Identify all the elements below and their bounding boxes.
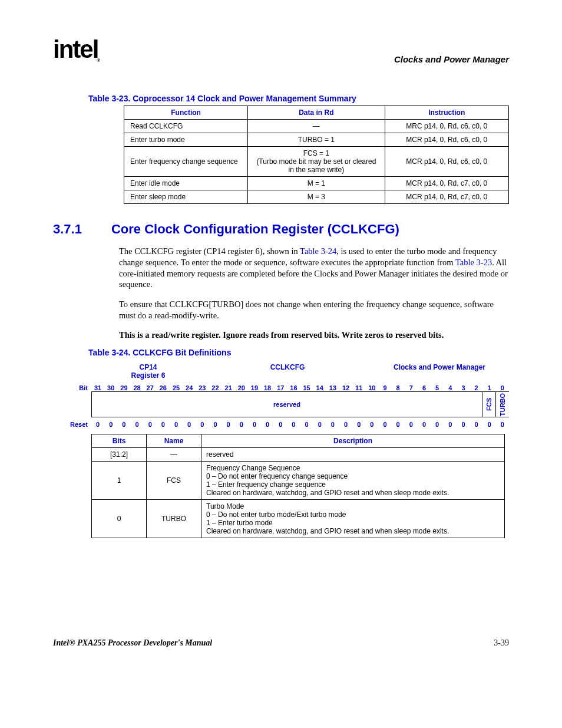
paragraph: The CCLKCFG register (CP14 register 6), … bbox=[119, 246, 509, 290]
bit-number: 11 bbox=[352, 384, 365, 391]
chapter-title: Clocks and Power Manager bbox=[394, 54, 509, 64]
th-function: Function bbox=[124, 106, 248, 120]
bit-field-row: reserved FCS TURBO bbox=[91, 391, 509, 417]
bit-number: 12 bbox=[339, 384, 352, 391]
bit-number: 8 bbox=[392, 384, 405, 391]
bit-number: 1 bbox=[483, 384, 496, 391]
reset-value: 0 bbox=[235, 421, 248, 428]
bit-number: 19 bbox=[248, 384, 261, 391]
reset-value: 0 bbox=[313, 421, 326, 428]
reset-value: 0 bbox=[365, 421, 378, 428]
bit-number: 20 bbox=[235, 384, 248, 391]
th-name: Name bbox=[147, 434, 201, 447]
bit-number: 2 bbox=[470, 384, 483, 391]
reset-label: Reset bbox=[53, 421, 91, 428]
reset-value: 0 bbox=[209, 421, 222, 428]
paragraph-note: This is a read/write register. Ignore re… bbox=[119, 330, 509, 341]
bit-number: 31 bbox=[91, 384, 104, 391]
bit-number: 6 bbox=[418, 384, 431, 391]
reset-value: 0 bbox=[130, 421, 143, 428]
bit-number: 17 bbox=[274, 384, 287, 391]
table-row: Read CCLKCFG—MRC p14, 0, Rd, c6, c0, 0 bbox=[124, 120, 509, 133]
reset-value: 0 bbox=[418, 421, 431, 428]
reset-value: 0 bbox=[483, 421, 496, 428]
bit-number: 24 bbox=[183, 384, 196, 391]
xref-table-3-24[interactable]: Table 3-24 bbox=[300, 246, 336, 256]
section-title: Core Clock Configuration Register (CCLKC… bbox=[111, 222, 399, 237]
field-reserved: reserved bbox=[91, 391, 482, 417]
bit-number: 27 bbox=[144, 384, 157, 391]
paragraph: To ensure that CCLKCFG[TURBO] does not c… bbox=[119, 299, 509, 321]
reset-value: 0 bbox=[144, 421, 157, 428]
intel-logo: intel® bbox=[53, 35, 100, 64]
meta-module: Clocks and Power Manager bbox=[370, 363, 509, 380]
bit-number: 0 bbox=[496, 384, 509, 391]
reset-value: 0 bbox=[274, 421, 287, 428]
reset-value: 0 bbox=[352, 421, 365, 428]
table-3-23-caption: Table 3-23. Coprocessor 14 Clock and Pow… bbox=[88, 94, 509, 103]
field-fcs: FCS bbox=[482, 391, 495, 417]
reset-value: 0 bbox=[261, 421, 274, 428]
th-bits: Bits bbox=[92, 434, 147, 447]
table-row: [31:2]—reserved bbox=[92, 447, 505, 461]
field-turbo: TURBO bbox=[495, 391, 509, 417]
page-header: intel® Clocks and Power Manager bbox=[53, 35, 509, 64]
reset-value: 0 bbox=[104, 421, 117, 428]
th-description: Description bbox=[201, 434, 505, 447]
page-footer: Intel® PXA255 Processor Developer's Manu… bbox=[53, 638, 509, 648]
reset-value: 0 bbox=[287, 421, 300, 428]
reset-value: 0 bbox=[339, 421, 352, 428]
reset-value: 0 bbox=[183, 421, 196, 428]
section-number: 3.7.1 bbox=[53, 222, 82, 237]
bit-definition-table: Bits Name Description [31:2]—reserved 1F… bbox=[91, 434, 505, 538]
reset-value: 0 bbox=[248, 421, 261, 428]
bit-number: 18 bbox=[261, 384, 274, 391]
reset-value: 0 bbox=[496, 421, 509, 428]
reset-value: 0 bbox=[157, 421, 170, 428]
bit-number: 22 bbox=[209, 384, 222, 391]
bit-number: 16 bbox=[287, 384, 300, 391]
bit-number: 25 bbox=[170, 384, 183, 391]
table-row: Enter idle modeM = 1MCR p14, 0, Rd, c7, … bbox=[124, 177, 509, 190]
bitdef-meta-row: CP14 Register 6 CCLKCFG Clocks and Power… bbox=[91, 363, 509, 380]
bit-number: 21 bbox=[222, 384, 235, 391]
reset-value: 0 bbox=[470, 421, 483, 428]
section-heading: 3.7.1 Core Clock Configuration Register … bbox=[53, 222, 509, 237]
meta-name: CCLKCFG bbox=[205, 363, 370, 380]
xref-table-3-23[interactable]: Table 3-23 bbox=[455, 258, 492, 267]
bit-number: 23 bbox=[196, 384, 209, 391]
reset-value: 0 bbox=[117, 421, 130, 428]
bit-number: 9 bbox=[378, 384, 391, 391]
bit-number: 26 bbox=[157, 384, 170, 391]
reset-value: 0 bbox=[378, 421, 391, 428]
table-row: 1FCSFrequency Change Sequence 0 – Do not… bbox=[92, 461, 505, 499]
bit-number: 30 bbox=[104, 384, 117, 391]
table-row: 0TURBOTurbo Mode 0 – Do not enter turbo … bbox=[92, 499, 505, 538]
bit-number: 13 bbox=[326, 384, 339, 391]
th-data-in-rd: Data in Rd bbox=[248, 106, 385, 120]
table-row: Enter sleep modeM = 3MCR p14, 0, Rd, c7,… bbox=[124, 190, 509, 204]
reset-value: 0 bbox=[91, 421, 104, 428]
bit-number: 15 bbox=[300, 384, 313, 391]
table-3-23: Function Data in Rd Instruction Read CCL… bbox=[124, 106, 509, 204]
bit-number: 3 bbox=[457, 384, 470, 391]
reset-row: Reset 00000000000000000000000000000000 bbox=[53, 421, 509, 428]
bit-label: Bit bbox=[53, 384, 91, 391]
bit-number: 7 bbox=[405, 384, 418, 391]
bit-number: 14 bbox=[313, 384, 326, 391]
reset-value: 0 bbox=[300, 421, 313, 428]
page-number: 3-39 bbox=[494, 638, 509, 648]
table-row: Enter frequency change sequenceFCS = 1 (… bbox=[124, 147, 509, 177]
reset-value: 0 bbox=[444, 421, 457, 428]
reset-value: 0 bbox=[392, 421, 405, 428]
reset-value: 0 bbox=[326, 421, 339, 428]
reset-value: 0 bbox=[170, 421, 183, 428]
bit-number: 5 bbox=[431, 384, 444, 391]
bit-number-row: Bit 313029282726252423222120191817161514… bbox=[53, 384, 509, 391]
reset-value: 0 bbox=[431, 421, 444, 428]
table-row: Enter turbo modeTURBO = 1MCR p14, 0, Rd,… bbox=[124, 133, 509, 147]
reset-value: 0 bbox=[196, 421, 209, 428]
bit-number: 4 bbox=[444, 384, 457, 391]
table-3-24-caption: Table 3-24. CCLKCFG Bit Definitions bbox=[88, 348, 509, 357]
footer-title: Intel® PXA255 Processor Developer's Manu… bbox=[53, 638, 212, 648]
